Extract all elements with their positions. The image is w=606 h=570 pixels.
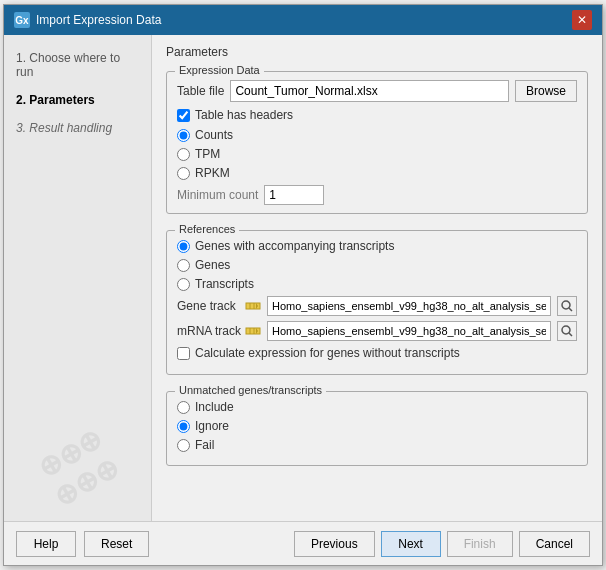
table-headers-label: Table has headers [195,108,293,122]
gene-track-label: Gene track [177,299,239,313]
svg-line-5 [569,308,572,311]
help-button[interactable]: Help [16,531,76,557]
app-icon: Gx [14,12,30,28]
footer: Help Reset Previous Next Finish Cancel [4,521,602,565]
calc-expr-checkbox[interactable] [177,347,190,360]
counts-radio[interactable] [177,129,190,142]
dialog: Gx Import Expression Data ✕ 1. Choose wh… [3,4,603,566]
table-file-label: Table file [177,84,224,98]
expression-data-group: Expression Data Table file Browse Table … [166,71,588,214]
transcripts-label: Transcripts [195,277,254,291]
unmatched-group: Unmatched genes/transcripts Include Igno… [166,391,588,466]
svg-point-10 [562,326,570,334]
counts-label: Counts [195,128,233,142]
content-area: 1. Choose where to run 2. Parameters 3. … [4,35,602,521]
next-button[interactable]: Next [381,531,441,557]
mrna-track-row: mRNA track [177,321,577,341]
svg-point-4 [562,301,570,309]
tpm-radio-row: TPM [177,147,577,161]
footer-left-buttons: Help Reset [16,531,149,557]
ignore-label: Ignore [195,419,229,433]
fail-label: Fail [195,438,214,452]
reset-button[interactable]: Reset [84,531,149,557]
genes-with-transcripts-label: Genes with accompanying transcripts [195,239,394,253]
genes-with-transcripts-radio[interactable] [177,240,190,253]
ignore-row: Ignore [177,419,577,433]
include-radio[interactable] [177,401,190,414]
genes-with-transcripts-row: Genes with accompanying transcripts [177,239,577,253]
close-button[interactable]: ✕ [572,10,592,30]
table-headers-checkbox[interactable] [177,109,190,122]
rpkm-radio-row: RPKM [177,166,577,180]
footer-right-buttons: Previous Next Finish Cancel [294,531,590,557]
table-file-row: Table file Browse [177,80,577,102]
transcripts-radio[interactable] [177,278,190,291]
include-label: Include [195,400,234,414]
counts-radio-row: Counts [177,128,577,142]
browse-button[interactable]: Browse [515,80,577,102]
svg-line-11 [569,333,572,336]
sidebar-item-parameters[interactable]: 2. Parameters [16,91,139,109]
gene-track-row: Gene track [177,296,577,316]
dialog-title: Import Expression Data [36,13,161,27]
references-group: References Genes with accompanying trans… [166,230,588,375]
main-area: Parameters Expression Data Table file Br… [152,35,602,521]
table-file-input[interactable] [230,80,509,102]
ignore-radio[interactable] [177,420,190,433]
table-headers-row: Table has headers [177,108,577,122]
unmatched-title: Unmatched genes/transcripts [175,384,326,396]
gene-track-browse-button[interactable] [557,296,577,316]
calc-expr-row: Calculate expression for genes without t… [177,346,577,360]
tpm-radio[interactable] [177,148,190,161]
finish-button[interactable]: Finish [447,531,513,557]
fail-row: Fail [177,438,577,452]
previous-button[interactable]: Previous [294,531,375,557]
cancel-button[interactable]: Cancel [519,531,590,557]
include-row: Include [177,400,577,414]
gene-track-input[interactable] [267,296,551,316]
gene-track-icon [245,298,261,314]
mrna-track-label: mRNA track [177,324,239,338]
genes-label: Genes [195,258,230,272]
expression-data-title: Expression Data [175,64,264,76]
fail-radio[interactable] [177,439,190,452]
sidebar-watermark: ⊕⊕⊕⊕⊕⊕ [31,422,124,514]
transcripts-row: Transcripts [177,277,577,291]
calc-expr-label: Calculate expression for genes without t… [195,346,460,360]
min-count-input[interactable] [264,185,324,205]
references-title: References [175,223,239,235]
genes-radio[interactable] [177,259,190,272]
sidebar: 1. Choose where to run 2. Parameters 3. … [4,35,152,521]
mrna-track-icon [245,323,261,339]
mrna-track-input[interactable] [267,321,551,341]
mrna-track-browse-button[interactable] [557,321,577,341]
sidebar-item-result-handling[interactable]: 3. Result handling [16,119,139,137]
params-section-label: Parameters [166,45,588,59]
title-bar-left: Gx Import Expression Data [14,12,161,28]
min-count-label: Minimum count [177,188,258,202]
rpkm-radio[interactable] [177,167,190,180]
min-count-row: Minimum count [177,185,577,205]
genes-row: Genes [177,258,577,272]
sidebar-item-choose-where[interactable]: 1. Choose where to run [16,49,139,81]
tpm-label: TPM [195,147,220,161]
rpkm-label: RPKM [195,166,230,180]
title-bar: Gx Import Expression Data ✕ [4,5,602,35]
